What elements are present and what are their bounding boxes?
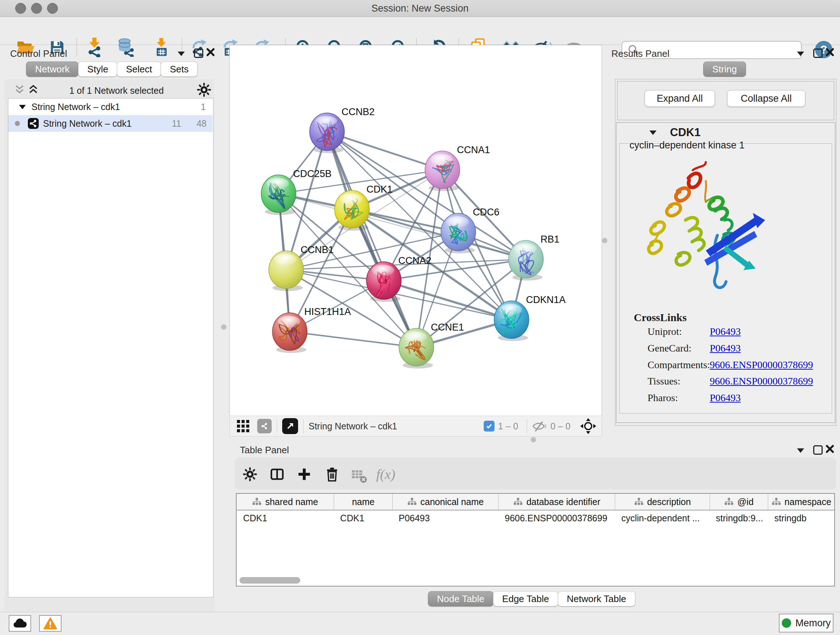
column-header-database-identifier[interactable]: database identifier <box>498 494 615 510</box>
check-icon <box>485 423 493 430</box>
table-panel-menu-caret-icon[interactable] <box>796 448 805 453</box>
pan-crosshair-icon[interactable] <box>580 418 597 434</box>
network-options-gear-icon[interactable] <box>197 82 211 97</box>
graph-node-CDKN1A[interactable]: CDKN1A <box>494 295 566 341</box>
table-options-gear-icon[interactable] <box>243 467 257 481</box>
graph-node-CCNB2[interactable]: CCNB2 <box>309 106 375 153</box>
delete-column-trash-icon[interactable] <box>325 466 339 482</box>
column-header-shared-name[interactable]: shared name <box>237 494 333 510</box>
graph-edge-HIST1H1A-CCNE1[interactable] <box>290 332 416 347</box>
show-columns-icon[interactable] <box>270 467 284 481</box>
table-header-row: shared namenamecanonical namedatabase id… <box>237 494 834 510</box>
cloud-status-button[interactable] <box>9 615 31 632</box>
memory-status-button[interactable]: Memory <box>779 614 834 632</box>
graph-node-label: CCNB2 <box>341 106 375 117</box>
selected-nodes-checkbox[interactable] <box>484 421 494 432</box>
open-in-window-button[interactable] <box>282 418 298 434</box>
expand-all-button[interactable]: Expand All <box>645 90 715 107</box>
toolbar-separator <box>303 419 303 433</box>
control-panel-menu-caret-icon[interactable] <box>177 51 186 57</box>
tab-edge-table[interactable]: Edge Table <box>493 591 558 606</box>
node-section-collapse-icon[interactable] <box>648 130 658 135</box>
cell[interactable]: CDK1 <box>333 513 392 524</box>
crosslink-link[interactable]: 9606.ENSP00000378699 <box>710 375 813 387</box>
crosslink-link[interactable]: P06493 <box>710 392 741 404</box>
column-header-description[interactable]: description <box>615 494 709 510</box>
results-panel-close-button[interactable] <box>826 48 834 57</box>
graph-node-label: CCNE1 <box>431 322 464 333</box>
control-panel-tabs: NetworkStyleSelectSets <box>27 62 197 77</box>
column-header-@id[interactable]: @id <box>709 494 768 510</box>
column-header-label: canonical name <box>420 497 484 507</box>
network-share-icon <box>28 118 39 129</box>
results-panel-menu-caret-icon[interactable] <box>796 51 805 57</box>
column-header-label: namespace <box>785 497 831 507</box>
column-header-label: description <box>647 497 691 507</box>
tab-sets[interactable]: Sets <box>161 62 197 77</box>
results-panel-float-button[interactable] <box>813 49 823 58</box>
window-title: Session: New Session <box>0 3 840 14</box>
collapse-all-button[interactable]: Collapse All <box>727 90 805 107</box>
node-description: cyclin–dependent kinase 1 <box>630 140 745 151</box>
crosslink-row: Tissues:9606.ENSP00000378699 <box>647 375 829 388</box>
cell[interactable]: CDK1 <box>237 513 333 524</box>
crosslink-row: Pharos:P06493 <box>647 392 829 405</box>
node-table[interactable]: shared namenamecanonical namedatabase id… <box>236 493 835 586</box>
cell[interactable]: cyclin-dependent ... <box>615 513 709 524</box>
crosslink-link[interactable]: P06493 <box>710 326 741 337</box>
add-column-icon[interactable] <box>297 467 311 481</box>
left-splitter-handle[interactable] <box>221 325 226 330</box>
tab-network[interactable]: Network <box>26 62 79 77</box>
crosslink-link[interactable]: P06493 <box>710 342 741 354</box>
birdseye-grid-icon[interactable] <box>237 420 249 432</box>
hidden-count: 0 – 0 <box>550 421 570 432</box>
network-collection-row[interactable]: String Network – cdk1 1 <box>8 98 212 115</box>
network-canvas[interactable]: CCNB2CCNA1CDC25BCDK1CDC6RB1CCNB1CCNA2CDK… <box>229 45 602 416</box>
memory-label: Memory <box>796 618 831 629</box>
tree-expand-icon[interactable] <box>19 104 27 110</box>
bottom-splitter-handle[interactable] <box>531 437 536 442</box>
graph-node-HIST1H1A[interactable]: HIST1H1A <box>272 306 351 353</box>
control-panel-close-button[interactable] <box>206 48 215 57</box>
expand-all-networks-icon[interactable] <box>28 85 38 94</box>
cell[interactable]: stringdb:9... <box>709 513 768 524</box>
collapse-all-networks-icon[interactable] <box>14 85 25 94</box>
network-graph[interactable]: CCNB2CCNA1CDC25BCDK1CDC6RB1CCNB1CCNA2CDK… <box>230 45 601 415</box>
tab-node-table[interactable]: Node Table <box>428 591 493 606</box>
graph-node-RB1[interactable]: RB1 <box>508 234 560 280</box>
network-edge-count: 48 <box>181 119 212 129</box>
cell[interactable]: stringdb <box>767 513 834 524</box>
graph-node-CDC6[interactable]: CDC6 <box>441 207 500 253</box>
delete-table-icon-disabled <box>351 469 367 483</box>
network-type-button[interactable] <box>257 419 272 433</box>
import-network-file-button[interactable] <box>85 37 105 57</box>
tab-select[interactable]: Select <box>117 62 161 77</box>
toolbar-separator <box>277 419 277 433</box>
column-header-name[interactable]: name <box>333 494 392 510</box>
crosslink-link[interactable]: 9606.ENSP00000378699 <box>710 359 813 371</box>
network-label: String Network – cdk1 <box>43 119 132 129</box>
column-header-canonical-name[interactable]: canonical name <box>392 494 498 510</box>
table-row[interactable]: CDK1CDK1P064939606.ENSP00000378699cyclin… <box>237 510 834 526</box>
table-horizontal-scrollbar[interactable] <box>240 577 300 584</box>
cell[interactable]: P06493 <box>392 513 498 524</box>
cell[interactable]: 9606.ENSP00000378699 <box>498 513 615 524</box>
right-splitter-handle[interactable] <box>602 238 607 243</box>
control-panel-float-button[interactable] <box>194 49 203 58</box>
column-header-label: database identifier <box>526 497 600 507</box>
tab-string[interactable]: String <box>703 62 746 77</box>
graph-node-CCNA1[interactable]: CCNA1 <box>425 144 490 191</box>
warnings-button[interactable] <box>39 615 62 632</box>
import-network-database-button[interactable] <box>116 37 136 57</box>
network-tree: String Network – cdk1 1 String Network –… <box>8 98 213 597</box>
network-row-selected[interactable]: String Network – cdk1 11 48 <box>8 115 212 132</box>
import-table-button[interactable] <box>151 37 172 57</box>
table-panel-close-button[interactable] <box>826 445 834 453</box>
tab-network-table[interactable]: Network Table <box>558 591 635 606</box>
column-header-namespace[interactable]: namespace <box>767 494 834 510</box>
graph-edge-CCNB2-CCNA1[interactable] <box>327 132 442 170</box>
column-header-label: shared name <box>265 497 318 507</box>
graph-node-label: HIST1H1A <box>304 306 351 317</box>
table-panel-float-button[interactable] <box>813 445 823 455</box>
tab-style[interactable]: Style <box>78 62 117 77</box>
